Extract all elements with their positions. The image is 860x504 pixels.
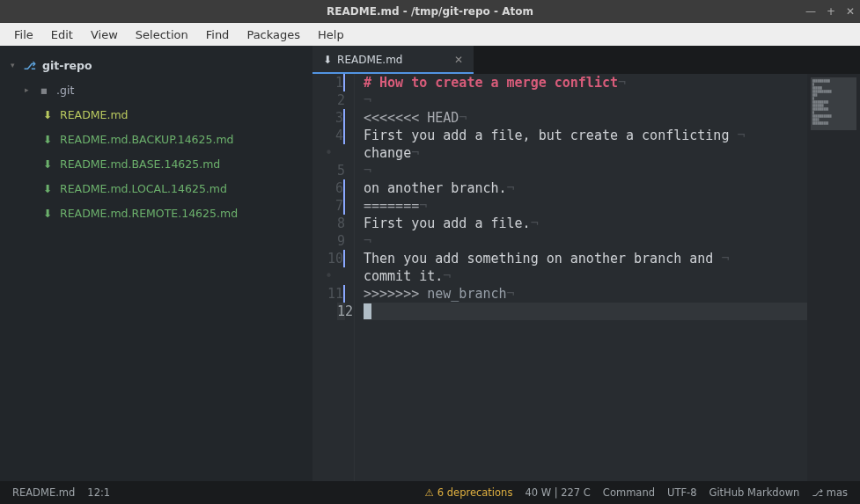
added-icon: ⬇ (40, 157, 55, 171)
maximize-button[interactable]: + (827, 5, 835, 18)
text-editor[interactable]: 1234•5678910•1112 # How to create a merg… (312, 74, 807, 481)
status-vim-mode[interactable]: Command (603, 486, 655, 499)
tree-file-readme[interactable]: ⬇ README.md (0, 102, 312, 127)
added-icon: ⬇ (40, 182, 55, 195)
close-tab-button[interactable]: ✕ (454, 54, 463, 66)
status-cursor-pos[interactable]: 12:1 (87, 486, 110, 499)
tab-title: README.md (337, 54, 402, 66)
menu-view[interactable]: View (84, 26, 125, 44)
tree-file[interactable]: ⬇ README.md.LOCAL.14625.md (0, 176, 312, 201)
tree-file-label: README.md (60, 108, 129, 121)
menu-selection[interactable]: Selection (129, 26, 195, 44)
status-bar: README.md 12:1 ⚠ 6 deprecations 40 W | 2… (0, 481, 860, 504)
menu-packages[interactable]: Packages (239, 26, 307, 44)
status-grammar[interactable]: GitHub Markdown (709, 486, 800, 499)
status-deprecations[interactable]: ⚠ 6 deprecations (424, 486, 512, 499)
modified-icon: ⬇ (323, 54, 332, 66)
tree-file-label: README.md.BASE.14625.md (60, 157, 220, 171)
window-titlebar: README.md - /tmp/git-repo - Atom — + ✕ (0, 0, 860, 23)
tree-file[interactable]: ⬇ README.md.BASE.14625.md (0, 151, 312, 176)
tab-bar: ⬇ README.md ✕ (312, 46, 860, 74)
repo-icon: ⎇ (23, 59, 37, 72)
branch-icon: ⎇ (812, 487, 823, 499)
status-encoding[interactable]: UTF-8 (667, 486, 697, 499)
tree-root-label: git-repo (42, 59, 92, 72)
tree-folder-git[interactable]: ▸ ▪ .git (0, 77, 312, 102)
added-icon: ⬇ (40, 133, 55, 146)
window-title: README.md - /tmp/git-repo - Atom (327, 5, 533, 18)
added-icon: ⬇ (40, 207, 55, 220)
status-branch[interactable]: ⎇ mas (812, 486, 848, 499)
status-file[interactable]: README.md (12, 486, 75, 499)
code-content[interactable]: # How to create a merge conflict¬¬<<<<<<… (355, 74, 807, 481)
menu-bar: File Edit View Selection Find Packages H… (0, 23, 860, 46)
tree-file-label: README.md.REMOTE.14625.md (60, 207, 238, 220)
tab-readme[interactable]: ⬇ README.md ✕ (312, 46, 474, 74)
editor-pane: ⬇ README.md ✕ 1234•5678910•1112 # How to… (312, 46, 860, 481)
tree-view[interactable]: ▾ ⎇ git-repo ▸ ▪ .git ⬇ README.md ⬇ READ… (0, 46, 312, 481)
close-window-button[interactable]: ✕ (846, 5, 855, 18)
status-line-length[interactable]: 40 W | 227 C (525, 486, 590, 499)
menu-help[interactable]: Help (311, 26, 351, 44)
menu-find[interactable]: Find (199, 26, 237, 44)
tree-root[interactable]: ▾ ⎇ git-repo (0, 53, 312, 77)
tree-folder-label: .git (56, 84, 74, 97)
minimize-button[interactable]: — (805, 5, 816, 18)
tree-file-label: README.md.BACKUP.14625.md (60, 133, 234, 146)
menu-file[interactable]: File (7, 26, 40, 44)
workspace: ▾ ⎇ git-repo ▸ ▪ .git ⬇ README.md ⬇ READ… (0, 46, 860, 481)
chevron-right-icon: ▸ (25, 85, 32, 94)
window-controls: — + ✕ (805, 5, 855, 18)
tree-file-label: README.md.LOCAL.14625.md (60, 182, 227, 195)
minimap[interactable]: ████████████████████████████████████████… (807, 74, 860, 481)
warning-icon: ⚠ (424, 486, 433, 499)
tree-file[interactable]: ⬇ README.md.BACKUP.14625.md (0, 127, 312, 151)
chevron-down-icon: ▾ (11, 61, 18, 69)
editor-wrap: 1234•5678910•1112 # How to create a merg… (312, 74, 860, 481)
folder-icon: ▪ (37, 84, 51, 97)
modified-icon: ⬇ (40, 108, 55, 121)
tree-file[interactable]: ⬇ README.md.REMOTE.14625.md (0, 201, 312, 225)
menu-edit[interactable]: Edit (44, 26, 80, 44)
gutter[interactable]: 1234•5678910•1112 (312, 74, 355, 481)
